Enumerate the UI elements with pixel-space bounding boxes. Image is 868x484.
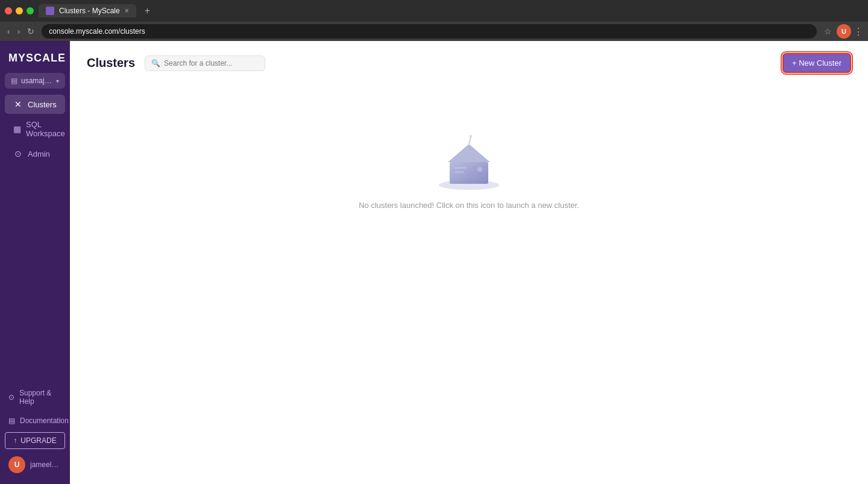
sidebar-bottom: ⊙ Support & Help ▤ Documentation ↑ UPGRA… [0, 378, 70, 484]
empty-state-text: No clusters launched! Click on this icon… [359, 201, 579, 210]
page-title: Clusters [87, 56, 135, 70]
tab-favicon [46, 7, 54, 15]
app-logo: MYSCALE [0, 41, 70, 73]
active-tab[interactable]: Clusters - MyScale × [39, 4, 136, 17]
sql-workspace-icon: ▦ [13, 124, 21, 134]
sidebar-item-clusters-label: Clusters [28, 100, 57, 109]
documentation-icon: ▤ [8, 416, 15, 425]
window-controls [5, 7, 34, 14]
svg-rect-8 [454, 171, 464, 173]
address-input[interactable] [42, 24, 817, 39]
main-content: Clusters 🔍 + New Cluster [70, 41, 868, 484]
sidebar-item-clusters[interactable]: ✕ Clusters [5, 95, 65, 114]
workspace-icon: ▤ [11, 77, 17, 85]
search-input[interactable] [164, 59, 259, 68]
forward-button[interactable]: › [15, 25, 23, 37]
maximize-window-button[interactable] [27, 7, 34, 14]
bookmark-button[interactable]: ☆ [822, 25, 834, 37]
sidebar-item-sql-workspace-label: SQL Workspace [26, 120, 65, 138]
chevron-down-icon: ▾ [56, 78, 59, 84]
user-name-label: jameelusama488... [30, 460, 61, 469]
sidebar-nav: ✕ Clusters ▦ SQL Workspace ⊙ Admin [0, 93, 70, 378]
back-button[interactable]: ‹ [5, 25, 13, 37]
avatar: U [8, 456, 25, 473]
empty-state: No clusters launched! Click on this icon… [70, 83, 868, 258]
minimize-window-button[interactable] [16, 7, 23, 14]
main-header: Clusters 🔍 + New Cluster [70, 41, 868, 83]
browser-chrome: Clusters - MyScale × + ‹ › ↻ ☆ U ⋮ [0, 0, 868, 41]
svg-point-9 [477, 167, 482, 172]
app-container: MYSCALE ▤ usamajamil343... ▾ ✕ Clusters … [0, 41, 868, 484]
upgrade-label: UPGRADE [20, 436, 56, 445]
support-icon: ⊙ [8, 393, 14, 401]
browser-menu-button[interactable]: ⋮ [854, 26, 863, 37]
svg-rect-7 [454, 167, 467, 169]
close-window-button[interactable] [5, 7, 12, 14]
tab-bar: Clusters - MyScale × + [0, 0, 868, 22]
upgrade-button[interactable]: ↑ UPGRADE [5, 432, 65, 449]
sidebar: MYSCALE ▤ usamajamil343... ▾ ✕ Clusters … [0, 41, 70, 484]
svg-line-5 [469, 137, 471, 144]
admin-icon: ⊙ [13, 149, 23, 159]
documentation-label: Documentation [20, 416, 69, 425]
tab-close-button[interactable]: × [125, 7, 129, 15]
upgrade-icon: ↑ [13, 436, 17, 445]
cluster-illustration [427, 131, 511, 191]
workspace-selector[interactable]: ▤ usamajamil343... ▾ [5, 73, 65, 89]
address-bar-row: ‹ › ↻ ☆ U ⋮ [0, 22, 868, 41]
reload-button[interactable]: ↻ [25, 25, 37, 37]
sidebar-item-admin[interactable]: ⊙ Admin [5, 144, 65, 163]
support-help-item[interactable]: ⊙ Support & Help [5, 385, 65, 409]
search-icon: 🔍 [151, 59, 160, 68]
new-tab-button[interactable]: + [141, 5, 154, 16]
sidebar-item-sql-workspace[interactable]: ▦ SQL Workspace [5, 115, 65, 143]
sidebar-item-admin-label: Admin [28, 149, 50, 159]
workspace-label: usamajamil343... [21, 77, 52, 85]
new-cluster-button[interactable]: + New Cluster [782, 53, 851, 73]
user-profile-button[interactable]: U [837, 24, 851, 39]
clusters-icon: ✕ [13, 99, 23, 109]
documentation-item[interactable]: ▤ Documentation [5, 413, 65, 429]
tab-title: Clusters - MyScale [59, 7, 120, 15]
svg-marker-4 [448, 146, 490, 162]
nav-controls: ‹ › ↻ [5, 25, 37, 37]
support-help-label: Support & Help [19, 389, 61, 406]
empty-illustration [427, 131, 511, 191]
user-profile-item[interactable]: U jameelusama488... [5, 453, 65, 477]
toolbar-right: ☆ U ⋮ [822, 24, 863, 39]
svg-point-6 [470, 135, 472, 137]
search-bar: 🔍 [145, 55, 265, 71]
